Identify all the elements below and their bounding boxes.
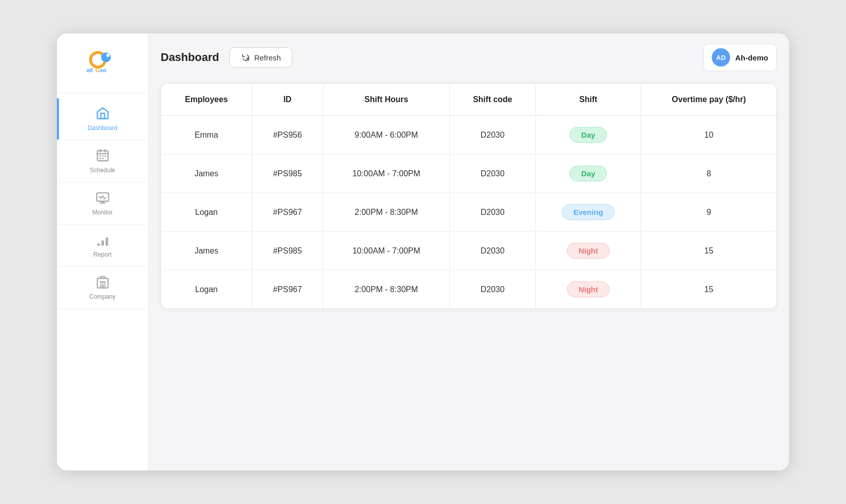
cell-shift: Night — [535, 232, 641, 270]
top-bar: Dashboard Refresh AD Ah-demo — [161, 44, 777, 71]
cell-employee: James — [161, 232, 252, 270]
shift-badge: Night — [567, 243, 610, 259]
company-icon — [96, 275, 110, 291]
sidebar-item-dashboard-label: Dashboard — [87, 124, 117, 132]
cell-hours: 9:00AM - 6:00PM — [323, 116, 449, 154]
table-body: Emma #PS956 9:00AM - 6:00PM D2030 Day 10… — [161, 116, 776, 309]
refresh-label: Refresh — [254, 53, 281, 62]
refresh-icon — [241, 53, 250, 62]
schedule-icon — [96, 148, 110, 165]
cell-shift-code: D2030 — [449, 116, 535, 154]
col-shift: Shift — [535, 84, 641, 116]
cell-shift-code: D2030 — [449, 270, 535, 309]
main-content: Dashboard Refresh AD Ah-demo — [148, 34, 789, 470]
report-icon — [96, 233, 110, 249]
shift-badge: Day — [569, 127, 607, 143]
cell-shift: Evening — [535, 193, 641, 232]
svg-rect-14 — [101, 240, 104, 246]
shift-badge: Night — [567, 281, 610, 297]
sidebar-item-report-label: Report — [93, 251, 111, 258]
sidebar-item-monitor[interactable]: Monitor — [57, 182, 148, 225]
cell-id: #PS956 — [252, 116, 323, 154]
svg-rect-15 — [105, 237, 108, 245]
svg-rect-11 — [102, 158, 104, 159]
sidebar-item-schedule[interactable]: Schedule — [57, 140, 148, 182]
table-row: Logan #PS967 2:00PM - 8:30PM D2030 Eveni… — [161, 193, 776, 232]
cell-employee: Emma — [161, 116, 252, 154]
svg-rect-10 — [99, 158, 101, 159]
cell-overtime: 9 — [641, 193, 776, 232]
cell-employee: Logan — [161, 270, 252, 309]
cell-shift: Day — [535, 116, 641, 154]
svg-rect-7 — [99, 155, 101, 156]
monitor-icon — [96, 191, 110, 207]
cell-id: #PS985 — [252, 154, 323, 193]
allgeo-logo: all G eo — [82, 48, 123, 78]
col-overtime: Overtime pay ($/hr) — [641, 84, 776, 116]
cell-employee: Logan — [161, 193, 252, 232]
refresh-button[interactable]: Refresh — [229, 47, 293, 68]
cell-id: #PS985 — [252, 232, 323, 270]
cell-hours: 2:00PM - 8:30PM — [323, 270, 449, 309]
cell-shift: Night — [535, 270, 641, 309]
svg-text:eo: eo — [100, 67, 106, 73]
cell-hours: 2:00PM - 8:30PM — [323, 193, 449, 232]
svg-text:G: G — [95, 67, 100, 73]
svg-rect-17 — [100, 281, 102, 284]
avatar: AD — [712, 48, 730, 67]
svg-rect-16 — [97, 278, 108, 288]
svg-rect-13 — [97, 243, 100, 246]
sidebar-item-company[interactable]: Company — [57, 267, 148, 309]
cell-shift-code: D2030 — [449, 154, 535, 193]
cell-overtime: 10 — [641, 116, 776, 154]
svg-rect-8 — [102, 155, 104, 156]
svg-point-1 — [101, 52, 110, 62]
col-id: ID — [252, 84, 323, 116]
cell-id: #PS967 — [252, 270, 323, 309]
cell-overtime: 8 — [641, 154, 776, 193]
cell-shift-code: D2030 — [449, 193, 535, 232]
col-employees: Employees — [161, 84, 252, 116]
page-title: Dashboard — [161, 51, 219, 64]
sidebar-item-report[interactable]: Report — [57, 225, 148, 267]
cell-id: #PS967 — [252, 193, 323, 232]
svg-text:all: all — [86, 67, 93, 73]
shift-badge: Evening — [562, 204, 615, 220]
cell-shift-code: D2030 — [449, 232, 535, 270]
svg-rect-18 — [103, 281, 105, 284]
col-shift-code: Shift code — [449, 84, 535, 116]
sidebar-item-dashboard[interactable]: Dashboard — [57, 98, 148, 140]
svg-rect-9 — [104, 155, 106, 156]
user-name: Ah-demo — [735, 53, 768, 62]
col-shift-hours: Shift Hours — [323, 84, 449, 116]
schedule-table: Employees ID Shift Hours Shift code Shif… — [161, 84, 776, 308]
sidebar: all G eo Dashboard — [57, 34, 148, 470]
user-area[interactable]: AD Ah-demo — [703, 44, 777, 71]
table-row: Emma #PS956 9:00AM - 6:00PM D2030 Day 10 — [161, 116, 776, 154]
table-row: James #PS985 10:00AM - 7:00PM D2030 Day … — [161, 154, 776, 193]
top-bar-left: Dashboard Refresh — [161, 47, 292, 68]
sidebar-item-schedule-label: Schedule — [89, 167, 115, 174]
dashboard-icon — [96, 106, 110, 122]
svg-point-2 — [106, 54, 109, 57]
cell-overtime: 15 — [641, 232, 776, 270]
cell-overtime: 15 — [641, 270, 776, 309]
schedule-table-container: Employees ID Shift Hours Shift code Shif… — [161, 83, 777, 309]
cell-hours: 10:00AM - 7:00PM — [323, 154, 449, 193]
app-container: all G eo Dashboard — [57, 34, 789, 470]
cell-employee: James — [161, 154, 252, 193]
svg-rect-20 — [103, 285, 105, 288]
cell-hours: 10:00AM - 7:00PM — [323, 232, 449, 270]
table-row: Logan #PS967 2:00PM - 8:30PM D2030 Night… — [161, 270, 776, 309]
table-row: James #PS985 10:00AM - 7:00PM D2030 Nigh… — [161, 232, 776, 270]
sidebar-item-monitor-label: Monitor — [92, 209, 112, 216]
sidebar-item-company-label: Company — [89, 293, 115, 300]
logo-area: all G eo — [57, 34, 148, 93]
svg-rect-19 — [100, 285, 102, 288]
nav-menu: Dashboard Schedule — [57, 93, 148, 309]
shift-badge: Day — [569, 166, 607, 181]
cell-shift: Day — [535, 154, 641, 193]
table-header-row: Employees ID Shift Hours Shift code Shif… — [161, 84, 776, 116]
svg-rect-12 — [97, 193, 108, 201]
